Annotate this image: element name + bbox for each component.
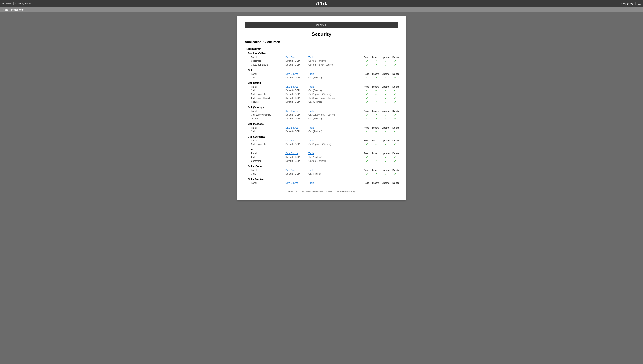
perm-checks: ✔ ✔ ✔ ✔ (364, 100, 398, 104)
data-source-link[interactable]: Data Source (285, 139, 308, 142)
delete-check: ✔ (392, 63, 398, 66)
table-link[interactable]: Table (308, 126, 330, 129)
row-datasource: Default - GCP (285, 93, 308, 96)
table-link[interactable]: Table (308, 86, 330, 88)
report-title: Security (245, 31, 398, 37)
data-source-link[interactable]: Data Source (285, 182, 308, 184)
perm-checks: ✔ ✔ ✔ ✔ (364, 172, 398, 175)
panel-label: Panel (251, 110, 285, 112)
data-source-link[interactable]: Data Source (285, 110, 308, 112)
data-source-link[interactable]: Data Source (285, 72, 308, 75)
hamburger-icon[interactable]: ☰ (638, 1, 641, 6)
insert-check: ✔ (373, 63, 379, 66)
row-name: Calls (251, 172, 285, 175)
row-table: CallSurveyResult (Source) (308, 114, 347, 116)
data-source-link[interactable]: Data Source (285, 152, 308, 155)
table-link[interactable]: Table (308, 72, 330, 75)
table-link[interactable]: Table (308, 56, 330, 58)
insert-check: ✔ (373, 160, 379, 162)
row-name: Customer (251, 160, 285, 162)
insert-check: ✔ (373, 143, 379, 146)
update-check: ✔ (382, 96, 389, 100)
delete-check: ✔ (392, 93, 398, 96)
update-header: Update (382, 72, 389, 75)
nav-separator: | (13, 2, 14, 5)
read-header: Read (364, 110, 369, 112)
row-datasource: Default - GCP (285, 100, 308, 103)
data-source-link[interactable]: Data Source (285, 86, 308, 88)
perm-checks: ✔ ✔ ✔ ✔ (364, 156, 398, 159)
table-link[interactable]: Table (308, 182, 330, 184)
table-link[interactable]: Table (308, 139, 330, 142)
table-row: Calls Default - GCP Call (Profiles) ✔ ✔ … (251, 155, 398, 159)
report-paper: VINYL Security Application: Client Porta… (237, 16, 406, 200)
row-datasource: Default - GCP (285, 160, 308, 162)
perm-checks: ✔ ✔ ✔ ✔ (364, 89, 398, 92)
insert-header: Insert (372, 72, 379, 75)
perm-header-cols: Read Insert Update Delete (364, 86, 398, 88)
table-row: Call Default - GCP Call (Source) ✔ ✔ ✔ ✔ (251, 76, 398, 80)
update-header: Update (382, 56, 389, 58)
group-title-blocked-callers: Blocked Callers (248, 52, 398, 55)
row-table: Call (Source) (308, 117, 347, 120)
perm-checks: ✔ ✔ ✔ ✔ (364, 113, 398, 116)
panel-label: Panel (251, 86, 285, 88)
data-source-link[interactable]: Data Source (285, 169, 308, 172)
row-datasource: Default - GCP (285, 172, 308, 175)
main-content: VINYL Security Application: Client Porta… (0, 12, 643, 204)
row-datasource: Default - GCP (285, 76, 308, 79)
perm-checks: ✔ ✔ ✔ ✔ (364, 63, 398, 66)
table-link[interactable]: Table (308, 169, 330, 172)
row-name: Call Segments (251, 143, 285, 146)
insert-check: ✔ (373, 113, 379, 116)
delete-header: Delete (392, 86, 399, 88)
update-check: ✔ (382, 93, 389, 96)
read-check: ✔ (364, 93, 370, 96)
perm-group-call-message: Call Message Panel Data Source Table Rea… (248, 122, 398, 133)
update-check: ✔ (382, 130, 389, 133)
delete-header: Delete (392, 110, 399, 112)
perm-header-cols: Read Insert Update Delete (364, 126, 398, 129)
insert-check: ✔ (373, 117, 379, 120)
update-check: ✔ (382, 76, 389, 79)
insert-header: Insert (372, 56, 379, 58)
update-check: ✔ (382, 89, 389, 92)
table-link[interactable]: Table (308, 110, 330, 112)
data-source-link[interactable]: Data Source (285, 126, 308, 129)
read-check: ✔ (364, 60, 370, 62)
perm-group-calls-only: Calls (Only) Panel Data Source Table Rea… (248, 165, 398, 176)
update-header: Update (382, 139, 389, 142)
row-table: Customer (Menu) (308, 160, 347, 162)
panel-label: Panel (251, 152, 285, 155)
table-link[interactable]: Table (308, 152, 330, 155)
data-source-link[interactable]: Data Source (285, 56, 308, 58)
table-row: Call Survey Results Default - GCP CallSu… (251, 96, 398, 100)
back-arrow-icon[interactable]: ◀ (2, 2, 5, 5)
report-header-bar: VINYL (245, 22, 398, 28)
panel-header-call-segments: Panel Data Source Table Read Insert Upda… (251, 139, 398, 142)
perm-group-call-segments: Call Segments Panel Data Source Table Re… (248, 135, 398, 146)
row-name: Call Survey Results (251, 97, 285, 100)
row-name: Customer (251, 60, 285, 62)
roles-link[interactable]: Roles (6, 2, 12, 5)
delete-header: Delete (392, 126, 399, 129)
row-datasource: Default - GCP (285, 117, 308, 120)
read-header: Read (364, 152, 369, 155)
group-title-calls-only: Calls (Only) (248, 165, 398, 168)
row-datasource: Default - GCP (285, 156, 308, 158)
insert-check: ✔ (373, 60, 379, 62)
group-title-calls: Calls (248, 148, 398, 151)
row-datasource: Default - GCP (285, 60, 308, 62)
read-check: ✔ (364, 160, 370, 162)
sub-header-label: Role Permissions (3, 8, 24, 11)
nav-right-separator: | (635, 2, 636, 5)
panel-header-call-message: Panel Data Source Table Read Insert Upda… (251, 126, 398, 130)
insert-check: ✔ (373, 96, 379, 100)
panel-label: Panel (251, 126, 285, 129)
read-check: ✔ (364, 130, 370, 133)
update-check: ✔ (382, 143, 389, 146)
delete-check: ✔ (392, 156, 398, 159)
insert-check: ✔ (373, 156, 379, 159)
read-check: ✔ (364, 143, 370, 146)
delete-check: ✔ (392, 76, 398, 79)
